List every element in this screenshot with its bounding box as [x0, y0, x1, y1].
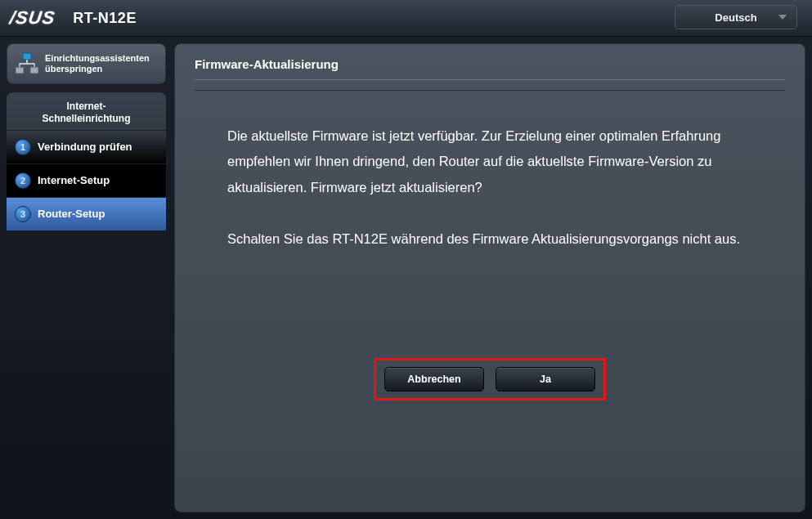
body: Einrichtungsassistenten überspringen Int… [0, 37, 812, 519]
step-router-setup[interactable]: 3 Router-Setup [7, 198, 166, 231]
language-label: Deutsch [715, 11, 756, 24]
skip-wizard-label: Einrichtungsassistenten überspringen [45, 53, 159, 74]
panel-body: Die aktuellste Firmware ist jetzt verfüg… [195, 123, 785, 252]
network-icon [14, 52, 40, 75]
step-label: Verbindung prüfen [38, 141, 132, 154]
steps-panel: Internet- Schnelleinrichtung 1 Verbindun… [7, 92, 166, 231]
panel-title: Firmware-Aktualisierung [195, 57, 785, 80]
highlight-box: Abbrechen Ja [374, 358, 606, 400]
brand-logo: /SUS [8, 7, 56, 29]
svg-rect-2 [30, 67, 38, 74]
step-number-icon: 1 [15, 139, 31, 155]
step-label: Router-Setup [38, 208, 105, 221]
svg-rect-0 [23, 53, 31, 60]
divider [195, 90, 785, 91]
step-label: Internet-Setup [38, 175, 110, 187]
sidebar: Einrichtungsassistenten überspringen Int… [7, 43, 166, 512]
yes-button[interactable]: Ja [496, 367, 595, 391]
language-selector[interactable]: Deutsch [675, 5, 797, 29]
step-number-icon: 2 [15, 172, 31, 189]
step-verbindung-pruefen[interactable]: 1 Verbindung prüfen [7, 131, 166, 164]
steps-title: Internet- Schnelleinrichtung [7, 99, 166, 131]
paragraph-1: Die aktuellste Firmware ist jetzt verfüg… [227, 123, 762, 200]
svg-rect-1 [16, 67, 24, 74]
chevron-down-icon [778, 15, 787, 20]
skip-wizard-button[interactable]: Einrichtungsassistenten überspringen [7, 43, 166, 84]
main-panel: Firmware-Aktualisierung Die aktuellste F… [174, 43, 805, 512]
step-internet-setup[interactable]: 2 Internet-Setup [7, 164, 166, 198]
step-number-icon: 3 [15, 206, 31, 222]
cancel-button[interactable]: Abbrechen [384, 367, 484, 391]
model-name: RT-N12E [73, 10, 137, 27]
button-row: Abbrechen Ja [195, 358, 785, 400]
paragraph-2: Schalten Sie das RT-N12E während des Fir… [227, 226, 762, 252]
header: /SUS RT-N12E Deutsch [0, 0, 812, 37]
